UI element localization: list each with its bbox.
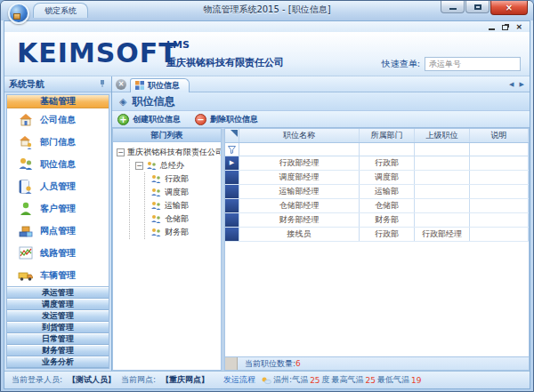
- sidebar-item-vehicle[interactable]: 车辆管理: [7, 264, 109, 286]
- collapse-icon[interactable]: −: [135, 162, 143, 170]
- minimize-button[interactable]: [441, 1, 465, 13]
- cell-description[interactable]: [470, 199, 529, 212]
- nav-group-shipping[interactable]: 发运管理: [7, 310, 109, 322]
- tree-node-branch[interactable]: − 总经办: [135, 159, 221, 172]
- delete-position-button[interactable]: − 删除职位信息: [195, 114, 258, 125]
- cell-description[interactable]: [470, 213, 529, 227]
- table-row[interactable]: 财务部经理 财务部: [225, 213, 529, 228]
- package-icon: [13, 13, 20, 20]
- tab-position-info[interactable]: 职位信息: [130, 78, 190, 92]
- brand-header: KEIMSOFT LMS 重庆祺铭科技有限责任公司 快速查单:: [4, 32, 530, 76]
- sidebar-item-label: 公司信息: [40, 114, 76, 126]
- mdi-restore-button[interactable]: [502, 23, 508, 31]
- row-selector[interactable]: ▶: [225, 156, 239, 170]
- tree-node-label: 行政部: [165, 173, 189, 185]
- cell-superior[interactable]: [415, 171, 470, 184]
- users-icon: [146, 161, 158, 171]
- page-title: 职位信息: [132, 94, 174, 109]
- row-selector[interactable]: [225, 171, 239, 184]
- column-header[interactable]: 职位名称: [239, 129, 360, 142]
- sidebar-item-label: 车辆管理: [40, 269, 76, 282]
- tree-node-dept[interactable]: 调度部: [150, 186, 221, 199]
- cell-description[interactable]: [470, 185, 529, 198]
- cell-superior[interactable]: [415, 156, 470, 170]
- filter-input-cell[interactable]: [360, 143, 415, 156]
- collapse-icon[interactable]: −: [117, 148, 125, 156]
- row-selector[interactable]: [225, 199, 239, 212]
- cell-position-name[interactable]: 行政部经理: [239, 156, 360, 170]
- users-icon: [150, 201, 162, 211]
- cell-description[interactable]: [470, 156, 529, 170]
- users-icon: [150, 228, 162, 237]
- tab-close-button[interactable]: ×: [116, 79, 126, 90]
- table-row[interactable]: 接线员 行政部 行政部经理: [225, 228, 529, 242]
- column-header[interactable]: 说明: [470, 129, 529, 142]
- tree-node-dept[interactable]: 仓储部: [150, 212, 221, 226]
- nav-group-daily[interactable]: 日常管理: [7, 333, 109, 345]
- cell-position-name[interactable]: 接线员: [239, 228, 360, 241]
- cell-superior[interactable]: 行政部经理: [415, 228, 470, 241]
- sidebar-item-network[interactable]: 网点管理: [7, 220, 109, 242]
- column-header[interactable]: 所属部门: [360, 129, 415, 142]
- row-selector[interactable]: [225, 228, 239, 241]
- nav-group-arrival[interactable]: 到货管理: [7, 322, 109, 333]
- sidebar-item-personnel[interactable]: 人员管理: [7, 175, 109, 197]
- cell-position-name[interactable]: 运输部经理: [239, 185, 360, 198]
- column-header[interactable]: 上级职位: [415, 129, 470, 142]
- cell-department[interactable]: 行政部: [360, 228, 415, 241]
- table-row[interactable]: 调度部经理 调度部: [225, 171, 529, 185]
- cell-position-name[interactable]: 仓储部经理: [239, 199, 360, 212]
- mdi-close-button[interactable]: ×: [515, 23, 522, 31]
- quick-search-input[interactable]: [425, 57, 521, 71]
- tree-node-dept[interactable]: 财务部: [150, 226, 221, 239]
- tree-node-dept[interactable]: 行政部: [150, 172, 221, 186]
- tab-window-icon: [135, 81, 144, 90]
- cell-superior[interactable]: [415, 185, 470, 198]
- sidebar-item-route[interactable]: 线路管理: [7, 242, 109, 264]
- sidebar-item-customer[interactable]: 客户管理: [7, 197, 109, 220]
- maximize-button[interactable]: [465, 1, 490, 13]
- row-selector[interactable]: [225, 213, 239, 227]
- cell-department[interactable]: 运输部: [360, 185, 415, 198]
- cell-department[interactable]: 财务部: [360, 213, 415, 227]
- create-position-button[interactable]: + 创建职位信息: [117, 114, 181, 125]
- mdi-minimize-button[interactable]: [489, 23, 495, 31]
- cell-position-name[interactable]: 财务部经理: [239, 213, 360, 227]
- select-all-cell[interactable]: [225, 129, 239, 142]
- diamond-icon: ◈: [119, 96, 126, 108]
- nav-group-analysis[interactable]: 业务分析: [7, 356, 109, 368]
- tab-scroll-arrows[interactable]: ◀ ▶: [509, 81, 526, 88]
- grid-empty-area: [225, 242, 529, 356]
- row-selector[interactable]: [225, 185, 239, 198]
- shipping-flow-link[interactable]: 发运流程: [223, 374, 255, 386]
- cell-department[interactable]: 行政部: [360, 156, 415, 170]
- filter-input-cell[interactable]: [415, 143, 470, 156]
- pin-icon[interactable]: [98, 79, 107, 90]
- department-tree-panel: 部门列表 − 重庆祺铭科技有限责任公司 − 总经办: [112, 128, 224, 371]
- tab-label: 职位信息: [148, 80, 180, 92]
- nav-group-carrier[interactable]: 承运管理: [7, 287, 109, 299]
- nav-group-finance[interactable]: 财务管理: [7, 345, 109, 356]
- nav-group-dispatch[interactable]: 调度管理: [7, 299, 109, 310]
- sidebar-item-label: 线路管理: [40, 247, 76, 260]
- table-row[interactable]: 仓储部经理 仓储部: [225, 199, 529, 213]
- cell-description[interactable]: [470, 171, 529, 184]
- tree-node-root[interactable]: − 重庆祺铭科技有限责任公司: [117, 146, 221, 159]
- content-area: × 职位信息 ◀ ▶ ◈ 职位信息 + 创建职位信息: [112, 76, 530, 371]
- sidebar-item-department-info[interactable]: 部门信息: [7, 131, 109, 153]
- sidebar-item-position-info[interactable]: 职位信息: [7, 153, 109, 175]
- filter-input-cell[interactable]: [470, 143, 529, 156]
- cell-department[interactable]: 调度部: [360, 171, 415, 184]
- close-button[interactable]: ×: [490, 1, 528, 15]
- tree-node-dept[interactable]: 运输部: [150, 199, 221, 212]
- cell-position-name[interactable]: 调度部经理: [239, 171, 360, 184]
- cell-superior[interactable]: [415, 213, 470, 227]
- sidebar-item-company-info[interactable]: 公司信息: [7, 108, 109, 131]
- table-row[interactable]: ▶ 行政部经理 行政部: [225, 156, 529, 171]
- table-row[interactable]: 运输部经理 运输部: [225, 185, 529, 199]
- cell-superior[interactable]: [415, 199, 470, 212]
- nav-section-basic[interactable]: 基础管理: [7, 95, 109, 108]
- cell-department[interactable]: 仓储部: [360, 199, 415, 212]
- cell-description[interactable]: [470, 228, 529, 241]
- filter-input-cell[interactable]: [239, 143, 360, 156]
